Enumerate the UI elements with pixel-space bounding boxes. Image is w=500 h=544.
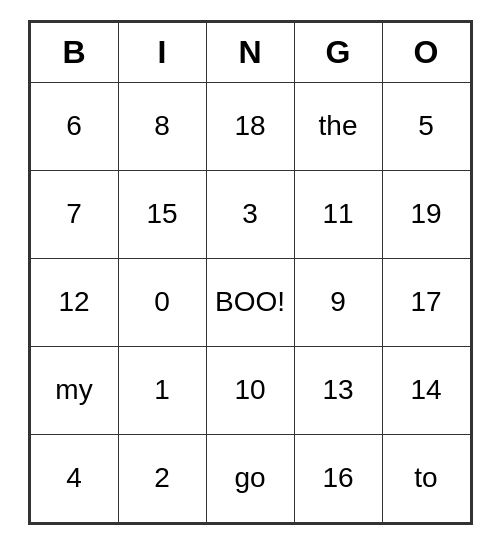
col-header-n: N [206, 22, 294, 82]
table-cell: 1 [118, 346, 206, 434]
col-header-b: B [30, 22, 118, 82]
table-cell: 19 [382, 170, 470, 258]
table-cell: the [294, 82, 382, 170]
table-cell: 9 [294, 258, 382, 346]
col-header-i: I [118, 22, 206, 82]
table-row: 6818the5 [30, 82, 470, 170]
table-cell: 10 [206, 346, 294, 434]
table-cell: my [30, 346, 118, 434]
table-cell: BOO! [206, 258, 294, 346]
table-cell: 17 [382, 258, 470, 346]
table-cell: 6 [30, 82, 118, 170]
table-cell: to [382, 434, 470, 522]
table-cell: 13 [294, 346, 382, 434]
table-row: 71531119 [30, 170, 470, 258]
table-cell: 7 [30, 170, 118, 258]
table-cell: 11 [294, 170, 382, 258]
table-cell: 0 [118, 258, 206, 346]
table-cell: 4 [30, 434, 118, 522]
table-row: 42go16to [30, 434, 470, 522]
table-cell: 12 [30, 258, 118, 346]
table-row: my1101314 [30, 346, 470, 434]
bingo-card: B I N G O 6818the571531119120BOO!917my11… [28, 20, 473, 525]
table-cell: 18 [206, 82, 294, 170]
table-cell: 14 [382, 346, 470, 434]
header-row: B I N G O [30, 22, 470, 82]
bingo-body: 6818the571531119120BOO!917my110131442go1… [30, 82, 470, 522]
table-cell: go [206, 434, 294, 522]
table-cell: 2 [118, 434, 206, 522]
col-header-o: O [382, 22, 470, 82]
table-row: 120BOO!917 [30, 258, 470, 346]
bingo-table: B I N G O 6818the571531119120BOO!917my11… [30, 22, 471, 523]
table-cell: 3 [206, 170, 294, 258]
table-cell: 15 [118, 170, 206, 258]
table-cell: 5 [382, 82, 470, 170]
col-header-g: G [294, 22, 382, 82]
table-cell: 8 [118, 82, 206, 170]
table-cell: 16 [294, 434, 382, 522]
